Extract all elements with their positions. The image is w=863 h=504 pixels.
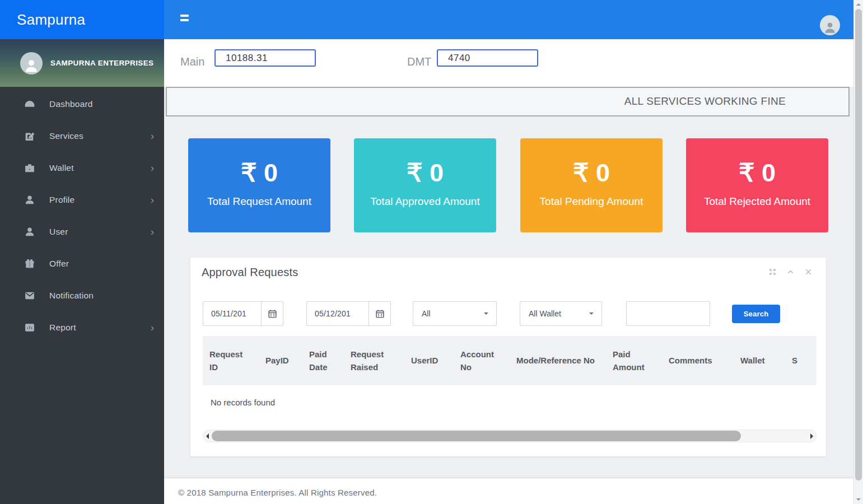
- wallet-select-value: All Wallet: [529, 309, 561, 318]
- wallet-summary-bar: Main DMT: [164, 39, 853, 87]
- date-to-group: [306, 301, 391, 326]
- panel-title: Approval Requests: [202, 266, 298, 279]
- column-header: Account No: [454, 336, 510, 385]
- calendar-icon[interactable]: [368, 302, 390, 325]
- sidebar-item-label: Offer: [49, 259, 69, 269]
- panel-tools: [768, 268, 813, 276]
- stat-label: Total Request Amount: [203, 193, 315, 210]
- chevron-right-icon: ›: [151, 226, 154, 237]
- user-panel: SAMPURNA ENTERPRISES: [0, 39, 164, 87]
- close-icon[interactable]: [804, 268, 813, 276]
- table-header-row: Request ID PayID Paid Date Request Raise…: [203, 336, 817, 385]
- gift-icon: [25, 259, 35, 269]
- scroll-up-arrow-icon[interactable]: [856, 3, 861, 6]
- column-header: S: [785, 336, 817, 385]
- sidebar-item-services[interactable]: Services ›: [0, 120, 164, 152]
- main-wallet-label: Main: [180, 55, 204, 68]
- sidebar-item-label: Notification: [49, 291, 94, 301]
- stat-amount: ₹ 0: [407, 160, 444, 185]
- stat-label: Total Rejected Amount: [701, 193, 813, 210]
- horizontal-scrollbar-thumb[interactable]: [212, 431, 741, 441]
- empty-table-message: No records found: [203, 385, 817, 422]
- page-footer: © 2018 Sampurna Enterprises. All Rights …: [164, 478, 853, 504]
- status-select[interactable]: All: [413, 301, 497, 326]
- sidebar-nav: Dashboard Services › Wallet › P: [0, 87, 164, 343]
- sidebar-item-label: User: [49, 227, 68, 237]
- scroll-down-arrow-icon[interactable]: [856, 498, 861, 501]
- sidebar-item-wallet[interactable]: Wallet ›: [0, 152, 164, 184]
- sidebar-item-label: Wallet: [49, 163, 74, 173]
- column-header: PayID: [259, 336, 302, 385]
- scroll-right-arrow-icon[interactable]: [810, 433, 813, 439]
- edit-icon: [25, 131, 35, 141]
- column-header: Paid Amount: [606, 336, 662, 385]
- chevron-right-icon: ›: [151, 194, 154, 205]
- stat-card-total-request: ₹ 0 Total Request Amount: [188, 138, 330, 232]
- stat-card-total-approved: ₹ 0 Total Approved Amount: [354, 138, 496, 232]
- services-status-text: ALL SERVICES WORKING FINE: [167, 88, 848, 115]
- menu-toggle-button[interactable]: [180, 15, 190, 25]
- stat-cards: ₹ 0 Total Request Amount ₹ 0 Total Appro…: [164, 138, 853, 232]
- stat-amount: ₹ 0: [573, 160, 610, 185]
- sidebar-item-label: Report: [49, 323, 76, 333]
- chart-icon: [25, 323, 35, 333]
- brand-logo[interactable]: Sampurna: [0, 0, 164, 39]
- chevron-right-icon: ›: [151, 130, 154, 141]
- column-header: Request ID: [203, 336, 259, 385]
- sidebar-item-offer[interactable]: Offer: [0, 248, 164, 279]
- stat-label: Total Pending Amount: [535, 193, 647, 210]
- gauge-icon: [25, 99, 35, 109]
- calendar-icon[interactable]: [261, 302, 283, 325]
- expand-icon[interactable]: [768, 268, 777, 276]
- sidebar-item-report[interactable]: Report ›: [0, 311, 164, 343]
- sidebar-item-profile[interactable]: Profile ›: [0, 184, 164, 216]
- briefcase-icon: [25, 163, 35, 173]
- sidebar-item-dashboard[interactable]: Dashboard: [0, 88, 164, 120]
- chevron-right-icon: ›: [151, 162, 154, 173]
- dashboard-page: Sampurna SAMPURNA ENTERPRISES Dashboard …: [0, 0, 863, 504]
- sidebar-avatar-icon: [20, 52, 43, 74]
- column-header: Paid Date: [302, 336, 344, 385]
- dmt-wallet-input[interactable]: [437, 49, 538, 67]
- column-header: Comments: [662, 336, 734, 385]
- search-input[interactable]: [626, 301, 710, 326]
- date-from-input[interactable]: [203, 302, 261, 325]
- stat-amount: ₹ 0: [739, 160, 776, 185]
- approval-requests-table: Request ID PayID Paid Date Request Raise…: [203, 336, 817, 422]
- column-header: UserID: [404, 336, 454, 385]
- sidebar-item-label: Services: [49, 131, 83, 141]
- user-icon: [25, 195, 35, 205]
- column-header: Request Raised: [344, 336, 404, 385]
- search-button[interactable]: Search: [732, 305, 780, 323]
- sidebar-item-label: Dashboard: [49, 99, 93, 109]
- collapse-icon[interactable]: [786, 268, 795, 276]
- topbar: [164, 0, 853, 39]
- status-select-value: All: [422, 309, 431, 318]
- column-header: Wallet: [734, 336, 785, 385]
- filter-row: All All Wallet Search: [203, 301, 817, 326]
- approval-requests-panel: Approval Requests: [190, 258, 826, 456]
- sidebar-item-notification[interactable]: Notification: [0, 279, 164, 311]
- dmt-wallet-label: DMT: [407, 55, 431, 68]
- horizontal-scrollbar[interactable]: [203, 430, 817, 442]
- stat-card-total-pending: ₹ 0 Total Pending Amount: [520, 138, 663, 232]
- vertical-scrollbar[interactable]: [853, 0, 863, 504]
- copyright-text: © 2018 Sampurna Enterprises. All Rights …: [178, 488, 377, 497]
- scroll-left-arrow-icon[interactable]: [206, 433, 209, 439]
- services-status-banner: ALL SERVICES WORKING FINE: [166, 87, 850, 116]
- chevron-right-icon: ›: [151, 322, 154, 333]
- vertical-scrollbar-thumb[interactable]: [855, 9, 862, 480]
- user-icon: [25, 227, 35, 237]
- column-header: Mode/Reference No: [510, 336, 606, 385]
- envelope-icon: [25, 291, 35, 301]
- user-avatar-icon: [823, 20, 837, 34]
- enterprise-name: SAMPURNA ENTERPRISES: [50, 59, 154, 67]
- wallet-select[interactable]: All Wallet: [520, 301, 602, 326]
- date-to-input[interactable]: [307, 302, 368, 325]
- user-avatar[interactable]: [820, 15, 840, 35]
- main-wallet-input[interactable]: [214, 49, 316, 67]
- sidebar: Sampurna SAMPURNA ENTERPRISES Dashboard …: [0, 0, 164, 504]
- date-from-group: [203, 301, 283, 326]
- sidebar-item-label: Profile: [49, 195, 74, 205]
- sidebar-item-user[interactable]: User ›: [0, 216, 164, 248]
